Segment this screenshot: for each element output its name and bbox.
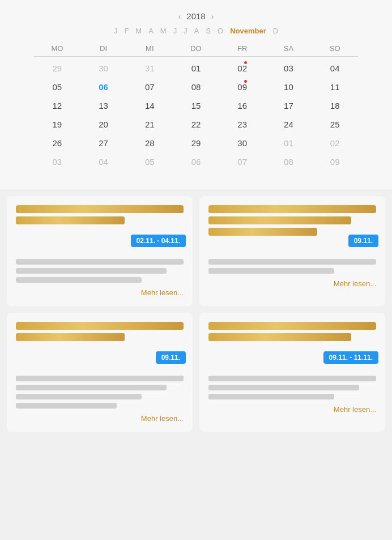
cal-cell-23[interactable]: 23 bbox=[219, 116, 266, 133]
card-text-line bbox=[208, 259, 376, 265]
cal-cell-28[interactable]: 28 bbox=[126, 135, 173, 151]
cal-cell-09[interactable]: 09 bbox=[219, 79, 266, 95]
cal-cell-07[interactable]: 07 bbox=[219, 154, 266, 170]
cal-cell-10[interactable]: 10 bbox=[266, 79, 312, 95]
mehr-lesen-link-1[interactable]: Mehr lesen... bbox=[208, 279, 376, 288]
mehr-lesen-link-3[interactable]: Mehr lesen... bbox=[208, 405, 376, 414]
cal-header-fr: FR bbox=[219, 44, 266, 53]
cal-cell-29[interactable]: 29 bbox=[34, 60, 80, 76]
cal-cell-20[interactable]: 20 bbox=[80, 116, 127, 133]
month-nav-item-oct[interactable]: O bbox=[218, 27, 223, 35]
event-badge-3: 09.11. - 11.11. bbox=[323, 351, 378, 364]
card-text-line bbox=[208, 385, 359, 390]
mehr-lesen-link-0[interactable]: Mehr lesen... bbox=[16, 288, 184, 297]
cal-cell-17[interactable]: 17 bbox=[266, 97, 312, 114]
card-text-line bbox=[208, 268, 334, 274]
cal-cell-14[interactable]: 14 bbox=[126, 97, 173, 114]
cal-header-do: DO bbox=[173, 44, 219, 53]
cal-cell-11[interactable]: 11 bbox=[312, 79, 358, 95]
cal-cell-03[interactable]: 03 bbox=[34, 154, 80, 170]
event-badge-1: 09.11. bbox=[348, 235, 378, 247]
cal-cell-08[interactable]: 08 bbox=[266, 154, 312, 170]
card-image-2 bbox=[16, 322, 184, 353]
cal-cell-16[interactable]: 16 bbox=[219, 97, 266, 114]
card-image-line bbox=[16, 216, 125, 224]
cal-cell-06[interactable]: 06 bbox=[80, 79, 127, 95]
cal-cell-30[interactable]: 30 bbox=[80, 60, 127, 76]
cal-cell-01[interactable]: 01 bbox=[266, 135, 312, 151]
cal-cell-18[interactable]: 18 bbox=[312, 97, 358, 114]
month-nav-item-jun[interactable]: J bbox=[173, 27, 177, 35]
card-text-line bbox=[16, 394, 142, 399]
cal-cell-13[interactable]: 13 bbox=[80, 97, 127, 114]
card-text-line bbox=[16, 403, 117, 409]
cal-cell-22[interactable]: 22 bbox=[173, 116, 219, 133]
card-image-line bbox=[208, 216, 351, 224]
cal-row-1: 05060708091011 bbox=[34, 79, 358, 95]
next-year-button[interactable]: › bbox=[211, 12, 214, 21]
cal-cell-25[interactable]: 25 bbox=[312, 116, 358, 133]
card-image-line bbox=[16, 205, 184, 213]
month-nav-item-jan[interactable]: J bbox=[114, 27, 118, 35]
card-image-line bbox=[208, 322, 376, 330]
month-nav-item-may[interactable]: M bbox=[160, 27, 167, 35]
card-image-line bbox=[208, 205, 376, 213]
card-text-line bbox=[208, 394, 334, 399]
month-nav-item-apr[interactable]: A bbox=[148, 27, 154, 35]
cal-cell-12[interactable]: 12 bbox=[34, 97, 80, 114]
cal-cell-27[interactable]: 27 bbox=[80, 135, 127, 151]
cal-cell-31[interactable]: 31 bbox=[126, 60, 173, 76]
cal-cell-30[interactable]: 30 bbox=[219, 135, 266, 151]
card-text-line bbox=[16, 277, 142, 283]
card-text-block-2 bbox=[16, 376, 184, 409]
card-text-block-0 bbox=[16, 259, 184, 283]
card-text-line bbox=[16, 376, 184, 381]
prev-year-button[interactable]: ‹ bbox=[178, 12, 181, 21]
month-nav-item-jul[interactable]: J bbox=[184, 27, 188, 35]
cal-cell-09[interactable]: 09 bbox=[312, 154, 358, 170]
cal-cell-02[interactable]: 02 bbox=[312, 135, 358, 151]
card-image-line bbox=[208, 333, 351, 341]
month-nav-item-mar[interactable]: M bbox=[135, 27, 142, 35]
cal-cell-07[interactable]: 07 bbox=[126, 79, 173, 95]
event-badge-2: 09.11. bbox=[156, 351, 186, 364]
cal-header-di: DI bbox=[80, 44, 127, 53]
month-nav-item-feb[interactable]: F bbox=[124, 27, 129, 35]
cal-cell-08[interactable]: 08 bbox=[173, 79, 219, 95]
month-nav-item-nov[interactable]: November bbox=[230, 27, 266, 35]
event-card-0: 02.11. - 04.11.Mehr lesen... bbox=[7, 196, 193, 306]
calendar-body: 2930310102030405060708091011121314151617… bbox=[34, 60, 358, 170]
cal-cell-29[interactable]: 29 bbox=[173, 135, 219, 151]
cal-cell-03[interactable]: 03 bbox=[266, 60, 312, 76]
cal-header-sa: SA bbox=[266, 44, 312, 53]
card-text-line bbox=[16, 259, 184, 265]
mehr-lesen-link-2[interactable]: Mehr lesen... bbox=[16, 414, 184, 423]
cal-header-so: SO bbox=[312, 44, 358, 53]
cal-cell-06[interactable]: 06 bbox=[173, 154, 219, 170]
cal-cell-21[interactable]: 21 bbox=[126, 116, 173, 133]
event-dot bbox=[244, 80, 247, 83]
month-nav-item-dec[interactable]: D bbox=[273, 27, 278, 35]
cal-cell-26[interactable]: 26 bbox=[34, 135, 80, 151]
month-nav-item-sep[interactable]: S bbox=[206, 27, 211, 35]
card-image-3 bbox=[208, 322, 376, 353]
cal-cell-02[interactable]: 02 bbox=[219, 60, 266, 76]
cal-cell-24[interactable]: 24 bbox=[266, 116, 312, 133]
cal-cell-19[interactable]: 19 bbox=[34, 116, 80, 133]
card-text-line bbox=[208, 376, 376, 381]
cal-header-mo: MO bbox=[34, 44, 80, 53]
cal-cell-05[interactable]: 05 bbox=[126, 154, 173, 170]
cal-cell-15[interactable]: 15 bbox=[173, 97, 219, 114]
card-image-1 bbox=[208, 205, 376, 236]
card-text-block-3 bbox=[208, 376, 376, 399]
cal-cell-04[interactable]: 04 bbox=[80, 154, 127, 170]
cal-cell-01[interactable]: 01 bbox=[173, 60, 219, 76]
calendar-section: ‹ 2018 › JFMAMJJASONovemberD MODIMIDOFRS… bbox=[0, 0, 392, 189]
card-text-block-1 bbox=[208, 259, 376, 274]
cal-row-4: 26272829300102 bbox=[34, 135, 358, 151]
cal-cell-04[interactable]: 04 bbox=[312, 60, 358, 76]
cal-row-0: 29303101020304 bbox=[34, 60, 358, 76]
month-nav-item-aug[interactable]: A bbox=[194, 27, 199, 35]
cal-cell-05[interactable]: 05 bbox=[34, 79, 80, 95]
card-image-line bbox=[16, 333, 125, 341]
